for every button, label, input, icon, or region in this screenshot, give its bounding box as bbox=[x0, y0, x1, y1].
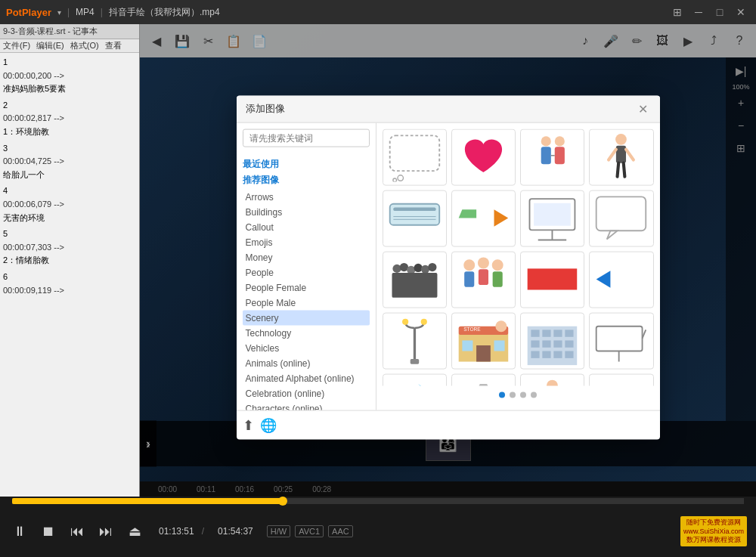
image-cell-speech-bubble[interactable] bbox=[383, 128, 447, 185]
menu-edit[interactable]: 编辑(E) bbox=[36, 40, 64, 51]
sidebar-item-scenery[interactable]: Scenery bbox=[243, 310, 370, 325]
brand-line1: 随时下免费资源网 www.SuiShiXia.com 数万网课教程资源 bbox=[680, 516, 747, 546]
modal-close-button[interactable]: ✕ bbox=[636, 101, 651, 116]
pin-button[interactable]: ⊞ bbox=[668, 5, 686, 20]
subtitle-line-4: 4 00:00:06,079 --> 无害的环境 bbox=[3, 184, 136, 224]
file-name: 抖音手绘（我帮找网）.mp4 bbox=[109, 6, 220, 19]
stop-button[interactable]: ⏹ bbox=[38, 521, 59, 542]
separator: | bbox=[67, 7, 70, 17]
image-cell-building[interactable] bbox=[520, 312, 584, 369]
image-cell-presentation[interactable] bbox=[520, 190, 584, 246]
sidebar-item-people-male[interactable]: People Male bbox=[243, 295, 370, 310]
modal-footer: ⬆ 🌐 bbox=[237, 410, 660, 439]
import-icon[interactable]: ⬆ bbox=[243, 416, 254, 433]
sidebar-item-characters[interactable]: Characters (online) bbox=[243, 401, 370, 410]
image-cell-presenter[interactable] bbox=[520, 373, 584, 385]
sidebar-item-emojis[interactable]: Emojis bbox=[243, 234, 370, 249]
sidebar-item-buildings[interactable]: Buildings bbox=[243, 204, 370, 219]
sidebar-item-animals-online[interactable]: Animals (online) bbox=[243, 355, 370, 370]
image-cell-group-people[interactable] bbox=[451, 251, 516, 308]
eject-button[interactable]: ⏏ bbox=[124, 521, 145, 542]
image-cell-heart[interactable] bbox=[451, 128, 516, 185]
image-cell-arrow-left[interactable] bbox=[589, 251, 653, 308]
image-cell-air-conditioner[interactable] bbox=[383, 190, 447, 246]
image-cell-crowd[interactable] bbox=[383, 251, 447, 308]
svg-point-26 bbox=[414, 264, 422, 272]
svg-rect-59 bbox=[553, 351, 562, 358]
image-search-input[interactable] bbox=[243, 128, 370, 147]
image-cell-couple[interactable] bbox=[520, 128, 584, 185]
menu-view[interactable]: 查看 bbox=[105, 40, 122, 51]
editor-menu: 文件(F) 编辑(E) 格式(O) 查看 bbox=[0, 39, 139, 53]
page-dot-1[interactable] bbox=[499, 391, 505, 398]
image-cell-store[interactable]: STORE bbox=[451, 312, 516, 369]
image-cell-yellow-shape[interactable] bbox=[589, 373, 653, 385]
main-layout: 9-3-音频-课程.srt - 记事本 文件(F) 编辑(E) 格式(O) 查看… bbox=[0, 24, 756, 497]
sidebar-item-people-female[interactable]: People Female bbox=[243, 280, 370, 295]
svg-rect-31 bbox=[464, 271, 474, 287]
image-grid: STORE bbox=[383, 128, 654, 385]
svg-rect-45 bbox=[494, 341, 504, 351]
image-cell-red-rectangle[interactable] bbox=[520, 251, 584, 308]
sidebar-item-celebration[interactable]: Celebration (online) bbox=[243, 385, 370, 401]
svg-rect-35 bbox=[493, 271, 503, 287]
svg-line-10 bbox=[609, 150, 616, 160]
subtitle-line-2: 2 00:00:02,817 --> 1：环境胎教 bbox=[3, 99, 136, 139]
progress-bar[interactable] bbox=[12, 498, 744, 504]
progress-thumb bbox=[278, 497, 287, 506]
prev-button[interactable]: ⏮ bbox=[67, 521, 88, 542]
image-cell-arrow-curved[interactable] bbox=[383, 373, 447, 385]
svg-rect-49 bbox=[531, 330, 540, 337]
sidebar-item-callout[interactable]: Callout bbox=[243, 219, 370, 234]
menu-format[interactable]: 格式(O) bbox=[70, 40, 99, 51]
image-cell-arrow-right[interactable] bbox=[451, 190, 516, 246]
footer-icons: ⬆ 🌐 bbox=[243, 416, 277, 433]
svg-rect-54 bbox=[543, 341, 551, 348]
svg-rect-15 bbox=[393, 208, 435, 212]
sidebar-item-technology[interactable]: Technology bbox=[243, 325, 370, 340]
maximize-button[interactable]: □ bbox=[711, 5, 729, 20]
image-cell-street-light[interactable] bbox=[383, 312, 447, 369]
globe-icon[interactable]: 🌐 bbox=[260, 416, 277, 433]
separator2: | bbox=[101, 7, 103, 17]
add-image-modal: 添加图像 ✕ 最近使用 推荐图像 Arrows Buildings Callou… bbox=[237, 95, 660, 439]
progress-fill bbox=[12, 498, 283, 504]
play-pause-button[interactable]: ⏸ bbox=[9, 521, 30, 542]
sidebar-item-money[interactable]: Money bbox=[243, 249, 370, 265]
svg-rect-61 bbox=[596, 326, 643, 351]
image-cell-road[interactable] bbox=[451, 373, 516, 385]
image-cell-speech-callout[interactable] bbox=[589, 190, 653, 246]
editor-title: 9-3-音频-课程.srt - 记事本 bbox=[0, 24, 139, 39]
sidebar-item-animated-alphabet[interactable]: Animated Alphabet (online) bbox=[243, 370, 370, 385]
svg-rect-60 bbox=[565, 351, 573, 358]
svg-rect-14 bbox=[389, 204, 439, 225]
minimize-button[interactable]: ─ bbox=[689, 5, 708, 20]
page-dot-4[interactable] bbox=[531, 391, 537, 398]
image-cell-sign-board[interactable] bbox=[589, 312, 653, 369]
svg-text:STORE: STORE bbox=[463, 326, 481, 332]
recently-used-label: 最近使用 bbox=[243, 157, 370, 170]
svg-rect-56 bbox=[565, 341, 573, 348]
svg-rect-4 bbox=[541, 147, 551, 164]
page-dot-3[interactable] bbox=[520, 391, 526, 398]
sidebar-item-vehicles[interactable]: Vehicles bbox=[243, 340, 370, 355]
modal-title: 添加图像 bbox=[246, 102, 285, 116]
file-format: MP4 bbox=[76, 7, 94, 17]
page-dot-2[interactable] bbox=[510, 391, 516, 398]
audio-codec-badge: AAC bbox=[328, 525, 353, 537]
image-cell-person-standing[interactable] bbox=[589, 128, 653, 185]
modal-sidebar: 最近使用 推荐图像 Arrows Buildings Callout Emoji… bbox=[237, 122, 376, 410]
next-button[interactable]: ⏭ bbox=[95, 521, 116, 542]
title-bar: PotPlayer ▾ | MP4 | 抖音手绘（我帮找网）.mp4 ⊞ ─ □… bbox=[0, 0, 756, 24]
svg-rect-43 bbox=[476, 345, 491, 362]
svg-point-32 bbox=[478, 258, 489, 269]
svg-rect-33 bbox=[479, 269, 488, 285]
dropdown-arrow[interactable]: ▾ bbox=[57, 8, 61, 17]
modal-body: 最近使用 推荐图像 Arrows Buildings Callout Emoji… bbox=[237, 122, 660, 410]
sidebar-item-arrows[interactable]: Arrows bbox=[243, 189, 370, 204]
svg-rect-58 bbox=[543, 351, 551, 358]
close-button[interactable]: ✕ bbox=[732, 5, 750, 20]
sidebar-item-people[interactable]: People bbox=[243, 265, 370, 280]
menu-file[interactable]: 文件(F) bbox=[3, 40, 30, 51]
current-time: 01:13:51 bbox=[159, 526, 194, 537]
